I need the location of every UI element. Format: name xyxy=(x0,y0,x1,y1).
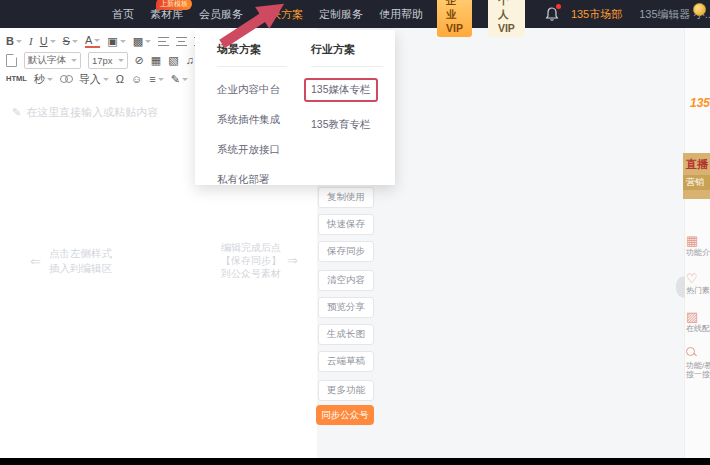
clear-format-icon[interactable]: ⊘ xyxy=(135,55,144,66)
industry-solutions-title: 行业方案 xyxy=(311,42,383,67)
menu-item-135-media-column[interactable]: 135媒体专栏 xyxy=(304,78,378,102)
enterprise-vip-button[interactable]: 年终福利 企业VIP xyxy=(437,0,472,37)
nav-item-help[interactable]: 使用帮助 xyxy=(379,7,423,22)
more-functions-button[interactable]: 更多功能 xyxy=(318,380,374,401)
hint-right-save: 编辑完成后点 【保存同步】 到公众号素材 ⇒ xyxy=(221,241,298,280)
menu-item-135-education-column[interactable]: 135教育专栏 xyxy=(311,118,383,132)
market-dept-link[interactable]: 135市场部 xyxy=(571,7,622,22)
online-images-icon: ▨ xyxy=(686,310,710,324)
strip-item-hot-materials[interactable]: ♡ 热门素材 xyxy=(686,272,710,295)
copy-use-button[interactable]: 复制使用 xyxy=(318,187,374,208)
align-center-icon[interactable] xyxy=(176,37,187,46)
nav-items: 首页 上新模板 素材库 会员服务 解决方案 定制服务 使用帮助 xyxy=(0,7,423,22)
clear-content-button[interactable]: 清空内容 xyxy=(318,270,374,291)
features-grid-icon: ▦ xyxy=(686,234,710,248)
pencil-icon: ✎ xyxy=(12,106,21,119)
activity-coin-icon[interactable] xyxy=(693,3,706,16)
strip-logo-135: 135 xyxy=(690,96,710,110)
editor-placeholder: ✎ 在这里直接输入或粘贴内容 xyxy=(12,105,158,120)
top-nav: 首页 上新模板 素材库 会员服务 解决方案 定制服务 使用帮助 年终福利 企业V… xyxy=(0,0,710,28)
insert-image-icon[interactable]: ▧ xyxy=(168,55,178,66)
special-char-icon[interactable]: Ω xyxy=(116,74,124,85)
personal-vip-button[interactable]: 个人VIP xyxy=(488,0,525,37)
live-badge-line2: 营销 xyxy=(683,175,710,190)
hint-left-line1: 点击左侧样式 xyxy=(49,246,112,261)
enterprise-vip-label: 企业VIP xyxy=(446,0,463,34)
strip-item-online-images[interactable]: ▨ 在线配图 xyxy=(686,310,710,333)
preview-share-button[interactable]: 预览分享 xyxy=(318,297,374,318)
menu-item-enterprise-content[interactable]: 企业内容中台 xyxy=(217,83,287,97)
sync-official-account-button[interactable]: 同步公众号 xyxy=(316,405,374,425)
link-icon[interactable] xyxy=(60,75,72,83)
live-badge-line1: 直播 xyxy=(683,153,710,172)
search-icon xyxy=(686,347,697,358)
import-button[interactable]: 导入 xyxy=(79,74,109,85)
table-icon[interactable]: ▦ xyxy=(151,55,161,66)
align-left-icon[interactable] xyxy=(158,37,169,46)
menu-item-open-api[interactable]: 系统开放接口 xyxy=(217,143,287,157)
generate-long-image-button[interactable]: 生成长图 xyxy=(318,324,374,345)
hint-right-line2: 【保存同步】 xyxy=(221,254,281,267)
collapse-handle[interactable] xyxy=(676,276,685,298)
scenario-solutions-column: 场景方案 企业内容中台 系统插件集成 系统开放接口 私有化部署 xyxy=(217,42,287,187)
search-label-line2: 搜一搜 xyxy=(686,370,710,379)
line-spacing-icon[interactable]: ≡ xyxy=(149,74,163,85)
image-style-icon[interactable]: ▣ xyxy=(107,36,125,47)
nav-item-solutions[interactable]: 解决方案 xyxy=(259,7,303,22)
right-arrow-icon: ⇒ xyxy=(287,253,298,268)
quick-brush-button[interactable]: 秒 xyxy=(34,74,53,85)
italic-button[interactable]: I xyxy=(29,36,33,47)
hot-materials-label: 热门素材 xyxy=(686,286,710,295)
strikethrough-button[interactable]: S xyxy=(63,36,78,47)
search-label-line1: 功能/教程 xyxy=(686,361,710,370)
menu-item-plugin-integration[interactable]: 系统插件集成 xyxy=(217,113,287,127)
font-color-button[interactable]: A xyxy=(85,35,100,48)
hint-right-line1: 编辑完成后点 xyxy=(221,241,281,254)
hint-left-styles: ⇐ 点击左侧样式 插入到编辑区 xyxy=(30,246,112,276)
hint-right-line3: 到公众号素材 xyxy=(221,267,281,280)
notification-bell-icon[interactable] xyxy=(545,6,559,22)
strip-item-features[interactable]: ▦ 功能介绍 xyxy=(686,234,710,257)
nav-item-member-services[interactable]: 会员服务 xyxy=(199,7,243,22)
hint-left-line2: 插入到编辑区 xyxy=(49,261,112,276)
nav-item-materials[interactable]: 上新模板 素材库 xyxy=(150,7,183,22)
live-marketing-badge[interactable]: 直播 营销 xyxy=(683,153,710,199)
html-source-button[interactable]: HTML xyxy=(6,75,27,83)
font-family-select[interactable]: 默认字体 xyxy=(24,52,81,69)
cloud-draft-button[interactable]: 云端草稿 xyxy=(318,351,374,372)
format-brush-icon[interactable]: ✎ xyxy=(171,74,188,85)
editor-placeholder-text: 在这里直接输入或粘贴内容 xyxy=(26,105,158,120)
solutions-dropdown: 场景方案 企业内容中台 系统插件集成 系统开放接口 私有化部署 行业方案 135… xyxy=(195,30,395,185)
menu-item-private-deployment[interactable]: 私有化部署 xyxy=(217,173,287,187)
bottom-black-bar xyxy=(0,458,710,465)
nav-item-custom-services[interactable]: 定制服务 xyxy=(319,7,363,22)
bold-button[interactable]: B xyxy=(6,36,22,47)
strip-item-search[interactable]: 功能/教程 搜一搜 xyxy=(686,347,710,379)
underline-button[interactable]: U xyxy=(40,36,56,47)
background-style-icon[interactable]: ▩ xyxy=(133,36,151,47)
font-size-select[interactable]: 17px xyxy=(88,52,128,69)
new-template-badge: 上新模板 xyxy=(156,0,192,10)
notification-dot xyxy=(556,4,561,9)
online-images-label: 在线配图 xyxy=(686,324,710,333)
features-label: 功能介绍 xyxy=(686,248,710,257)
hot-materials-icon: ♡ xyxy=(686,272,710,286)
insert-audio-icon[interactable]: ♫ xyxy=(186,55,194,66)
quick-save-button[interactable]: 快速保存 xyxy=(318,214,374,235)
save-sync-button[interactable]: 保存同步 xyxy=(318,241,374,262)
left-arrow-icon: ⇐ xyxy=(30,254,41,269)
nav-item-home[interactable]: 首页 xyxy=(112,7,134,22)
emoji-icon[interactable]: ☺ xyxy=(131,74,142,85)
industry-solutions-column: 行业方案 135媒体专栏 135教育专栏 xyxy=(311,42,383,132)
new-document-icon[interactable] xyxy=(6,54,17,67)
scenario-solutions-title: 场景方案 xyxy=(217,42,287,67)
